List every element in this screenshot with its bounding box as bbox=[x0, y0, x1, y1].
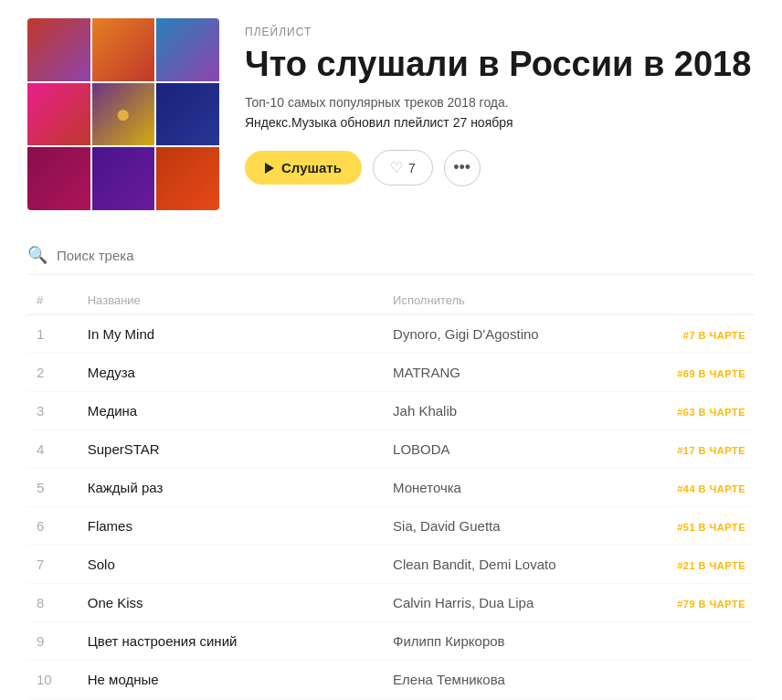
col-header-artist: Исполнитель bbox=[384, 286, 639, 315]
table-row[interactable]: 8 One Kiss Calvin Harris, Dua Lipa #79 В… bbox=[27, 584, 755, 622]
chart-position: #44 В ЧАРТЕ bbox=[677, 483, 745, 494]
track-number: 10 bbox=[27, 661, 79, 699]
chart-position: #17 В ЧАРТЕ bbox=[677, 445, 745, 456]
track-chart-badge: #69 В ЧАРТЕ bbox=[639, 354, 755, 392]
listen-button-label: Слушать bbox=[281, 160, 342, 175]
table-row[interactable]: 9 Цвет настроения синий Филипп Киркоров bbox=[27, 622, 755, 661]
like-count: 7 bbox=[408, 161, 416, 175]
track-name: Не модные bbox=[79, 661, 384, 699]
track-artist: Jah Khalib bbox=[384, 392, 639, 430]
track-name: Solo bbox=[79, 546, 384, 584]
track-table: # Название Исполнитель 1 In My Mind Dyno… bbox=[27, 286, 755, 699]
track-chart-badge bbox=[639, 622, 755, 661]
cover-tile bbox=[92, 147, 155, 210]
track-chart-badge: #7 В ЧАРТЕ bbox=[639, 315, 755, 354]
table-row[interactable]: 4 SuperSTAR LOBODA #17 В ЧАРТЕ bbox=[27, 430, 755, 469]
track-number: 1 bbox=[27, 315, 79, 354]
like-button[interactable]: ♡ 7 bbox=[373, 150, 433, 186]
listen-button[interactable]: Слушать bbox=[245, 151, 362, 185]
track-number: 7 bbox=[27, 546, 79, 584]
track-number: 9 bbox=[27, 622, 79, 661]
chart-position: #69 В ЧАРТЕ bbox=[677, 368, 745, 379]
playlist-updated: Яндекс.Музыка обновил плейлист 27 ноября bbox=[245, 115, 755, 130]
search-bar: 🔍 bbox=[27, 236, 755, 275]
track-name: SuperSTAR bbox=[79, 430, 384, 469]
playlist-service-name: Яндекс.Музыка bbox=[245, 115, 337, 130]
track-name: In My Mind bbox=[79, 315, 384, 354]
table-row[interactable]: 2 Медуза MATRANG #69 В ЧАРТЕ bbox=[27, 354, 755, 392]
search-icon: 🔍 bbox=[27, 245, 48, 265]
col-header-name: Название bbox=[79, 286, 384, 315]
track-number: 6 bbox=[27, 507, 79, 546]
col-header-num: # bbox=[27, 286, 79, 315]
play-icon bbox=[265, 163, 274, 174]
track-artist: Монеточка bbox=[384, 469, 639, 507]
track-name: Медина bbox=[79, 392, 384, 430]
more-options-button[interactable]: ••• bbox=[444, 150, 481, 186]
track-chart-badge: #79 В ЧАРТЕ bbox=[639, 584, 755, 622]
table-row[interactable]: 5 Каждый раз Монеточка #44 В ЧАРТЕ bbox=[27, 469, 755, 507]
chart-position: #63 В ЧАРТЕ bbox=[677, 407, 745, 418]
cover-tile bbox=[27, 147, 90, 210]
playlist-description: Топ-10 самых популярных треков 2018 года… bbox=[245, 95, 755, 110]
more-icon: ••• bbox=[453, 158, 470, 177]
table-row[interactable]: 7 Solo Clean Bandit, Demi Lovato #21 В Ч… bbox=[27, 546, 755, 584]
chart-position: #7 В ЧАРТЕ bbox=[683, 330, 745, 341]
cover-tile bbox=[27, 83, 90, 146]
track-chart-badge: #51 В ЧАРТЕ bbox=[639, 507, 755, 546]
track-artist: MATRANG bbox=[384, 354, 639, 392]
track-name: Flames bbox=[79, 507, 384, 546]
table-row[interactable]: 3 Медина Jah Khalib #63 В ЧАРТЕ bbox=[27, 392, 755, 430]
playlist-type-label: ПЛЕЙЛИСТ bbox=[245, 26, 755, 38]
track-artist: Calvin Harris, Dua Lipa bbox=[384, 584, 639, 622]
track-number: 2 bbox=[27, 354, 79, 392]
col-header-chart bbox=[639, 286, 755, 315]
cover-tile bbox=[156, 18, 219, 81]
table-header-row: # Название Исполнитель bbox=[27, 286, 755, 315]
playlist-updated-text: обновил плейлист 27 ноября bbox=[337, 115, 513, 130]
cover-tile bbox=[156, 83, 219, 146]
track-artist: Sia, David Guetta bbox=[384, 507, 639, 546]
track-chart-badge: #21 В ЧАРТЕ bbox=[639, 546, 755, 584]
track-name: One Kiss bbox=[79, 584, 384, 622]
cover-tile bbox=[92, 83, 155, 146]
chart-position: #79 В ЧАРТЕ bbox=[677, 599, 745, 610]
track-name: Медуза bbox=[79, 354, 384, 392]
track-chart-badge: #63 В ЧАРТЕ bbox=[639, 392, 755, 430]
track-chart-badge: #17 В ЧАРТЕ bbox=[639, 430, 755, 469]
search-input[interactable] bbox=[57, 248, 755, 263]
track-artist: Елена Темникова bbox=[384, 661, 639, 699]
playlist-header: ПЛЕЙЛИСТ Что слушали в России в 2018 Топ… bbox=[27, 18, 755, 210]
chart-position: #21 В ЧАРТЕ bbox=[677, 560, 745, 571]
playlist-title: Что слушали в России в 2018 bbox=[245, 46, 755, 84]
table-row[interactable]: 6 Flames Sia, David Guetta #51 В ЧАРТЕ bbox=[27, 507, 755, 546]
table-row[interactable]: 10 Не модные Елена Темникова bbox=[27, 661, 755, 699]
cover-tile bbox=[92, 18, 155, 81]
cover-tile bbox=[27, 18, 90, 81]
heart-icon: ♡ bbox=[390, 159, 403, 176]
track-number: 3 bbox=[27, 392, 79, 430]
cover-tile bbox=[156, 147, 219, 210]
track-artist: LOBODA bbox=[384, 430, 639, 469]
track-chart-badge bbox=[639, 661, 755, 699]
playlist-info: ПЛЕЙЛИСТ Что слушали в России в 2018 Топ… bbox=[245, 18, 755, 186]
track-number: 5 bbox=[27, 469, 79, 507]
track-number: 4 bbox=[27, 430, 79, 469]
track-name: Цвет настроения синий bbox=[79, 622, 384, 661]
track-artist: Филипп Киркоров bbox=[384, 622, 639, 661]
playlist-actions: Слушать ♡ 7 ••• bbox=[245, 150, 755, 186]
track-artist: Dynoro, Gigi D'Agostino bbox=[384, 315, 639, 354]
track-number: 8 bbox=[27, 584, 79, 622]
track-artist: Clean Bandit, Demi Lovato bbox=[384, 546, 639, 584]
chart-position: #51 В ЧАРТЕ bbox=[677, 522, 745, 533]
playlist-cover bbox=[27, 18, 219, 210]
table-row[interactable]: 1 In My Mind Dynoro, Gigi D'Agostino #7 … bbox=[27, 315, 755, 354]
track-chart-badge: #44 В ЧАРТЕ bbox=[639, 469, 755, 507]
track-name: Каждый раз bbox=[79, 469, 384, 507]
